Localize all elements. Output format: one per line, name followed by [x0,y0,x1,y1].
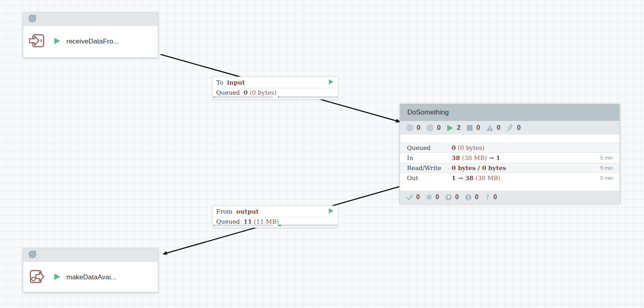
queued-label: Queued [216,218,240,225]
queued-label: Queued [216,89,240,96]
up-to-date-icon [406,194,413,201]
locally-modified-and-stale-icon [465,194,472,201]
process-group-node[interactable]: DoSomething 0 0 [400,104,620,203]
connection-direction-label: To [216,79,223,86]
transmission-disabled-icon [28,250,37,260]
invalid-icon [486,125,493,131]
stat-label: Out [400,175,452,182]
svg-text:?: ? [485,194,489,201]
flow-canvas[interactable]: receiveDataFro... To input Queued 0 (0 b… [0,0,644,308]
input-port-header [23,12,158,26]
disabled-icon [506,124,514,131]
backpressure-size-bar [278,225,338,226]
stat-value: 38 (38 MB) → 1 [452,154,591,162]
locally-modified-icon [426,194,432,200]
port-name: receiveDataFro... [66,37,119,46]
up-to-date-count: 0 [416,194,420,201]
input-port-body: receiveDataFro... [23,26,158,57]
backpressure-bars [213,96,338,98]
transmission-disabled-icon [28,14,37,25]
stale-icon [445,194,452,201]
output-port-header [23,248,158,262]
stat-row-readwrite: Read/Write 0 bytes / 0 bytes 5 min [400,163,619,173]
input-port-node[interactable]: receiveDataFro... [23,12,158,58]
queued-count: 11 [244,218,252,225]
input-port-icon [29,32,45,51]
queued-count: 0 [244,89,248,96]
invalid-count: 0 [497,124,500,132]
stat-value: 0 (0 bytes) [452,144,591,152]
backpressure-size-bar [278,96,338,98]
port-name: makeDataAvai... [66,273,116,281]
stat-time-window: 5 min [591,165,619,171]
connection-port-name: input [227,79,245,86]
running-icon [54,273,61,282]
stat-row-out: Out 1 → 38 (38 MB) 5 min [400,173,619,183]
locally-modified-count: 0 [436,194,439,201]
connection-port-name: output [236,208,259,215]
connection-direction-label: From [216,208,233,215]
transmitting-count: 0 [417,124,420,132]
stopped-count: 0 [476,124,480,132]
stat-label: Read/Write [400,164,452,172]
stat-row-queued: Queued 0 (0 bytes) [400,143,619,153]
process-group-status-row: 0 0 2 0 [400,121,619,135]
stat-time-window: 5 min [591,155,619,161]
sync-failure-icon: ? [485,194,490,201]
output-port-node[interactable]: makeDataAvai... [23,248,158,292]
connection-queued-row: Queued 0 (0 bytes) [213,88,338,97]
not-transmitting-count: 0 [437,124,440,132]
stat-time-window: 5 min [591,175,619,181]
locally-modified-and-stale-count: 0 [475,194,479,201]
connection-header: From output [213,206,338,217]
stat-value: 0 bytes / 0 bytes [452,164,591,172]
process-group-title-bar: DoSomething [400,104,619,121]
process-group-title: DoSomething [407,108,449,117]
transmitting-icon [406,124,413,131]
backpressure-bars [213,225,338,227]
stat-label: Queued [400,144,452,152]
connection-header: To input [213,77,338,88]
queued-size: (0 bytes) [250,89,277,96]
sync-failure-count: 0 [493,194,497,201]
connection-label-from-output[interactable]: From output Queued 11 (11 MB) [212,206,338,228]
stopped-icon [466,125,473,131]
running-icon [54,37,61,46]
running-count: 2 [457,124,460,132]
output-port-icon [29,268,45,287]
queued-size: (11 MB) [254,218,279,225]
backpressure-object-bar [214,225,273,226]
disabled-count: 0 [517,124,520,132]
running-icon [447,125,454,131]
stat-label: In [400,154,452,162]
running-icon [328,208,334,215]
stat-value: 1 → 38 (38 MB) [452,175,591,182]
stale-count: 0 [455,194,459,201]
stat-row-in: In 38 (38 MB) → 1 5 min [400,153,619,163]
running-icon [328,79,334,86]
backpressure-object-bar [214,96,273,98]
connection-label-to-input[interactable]: To input Queued 0 (0 bytes) [212,77,338,100]
output-port-body: makeDataAvai... [23,262,158,293]
process-group-version-row: 0 0 0 [400,191,619,204]
not-transmitting-icon [426,124,433,131]
process-group-stats: Queued 0 (0 bytes) In 38 (38 MB) → 1 5 m… [400,143,619,183]
